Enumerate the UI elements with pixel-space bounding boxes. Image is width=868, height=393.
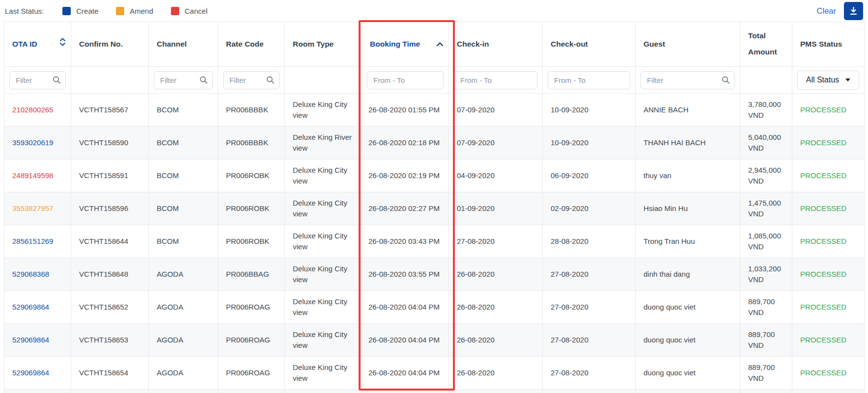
sort-both-icon [59, 36, 66, 52]
booking-time-cell: 26-08-2020 02:19 PM [362, 159, 449, 192]
check-out-cell: 27-08-2020 [543, 291, 636, 324]
guest-cell: thuy van [636, 159, 740, 192]
pms-status-cell: PROCESSED [792, 324, 865, 357]
guest-filter-wrap [641, 76, 735, 84]
room-type-cell: Deluxe King City view [285, 324, 362, 357]
bookings-table-wrap: OTA ID Confirm No. Channel Rate Code Roo… [4, 22, 864, 393]
amend-color-swatch [116, 7, 124, 15]
table-body: 2102800265VCTHT158567BCOMPR006BBBKDeluxe… [4, 94, 865, 393]
check-out-cell: 27-08-2020 [543, 324, 636, 357]
pms-status-cell: PROCESSED [792, 192, 865, 225]
booking-time-cell: 26-08-2020 02:18 PM [362, 127, 449, 159]
column-header-booking-time[interactable]: Booking Time [362, 22, 449, 67]
column-header-pms-status: PMS Status [792, 22, 865, 67]
last-status-legend: Last Status: Create Amend Cancel [5, 7, 225, 15]
check-out-filter-wrap [548, 76, 630, 84]
ota-id-filter-wrap [9, 76, 66, 84]
column-header-ota-id[interactable]: OTA ID [4, 22, 71, 67]
legend-create-label: Create [76, 7, 98, 15]
ota-id-cell[interactable]: 2856151269 [4, 225, 71, 258]
ota-id-cell[interactable]: 529069864 [4, 357, 71, 390]
channel-cell: AGODA [149, 357, 218, 390]
channel-cell: AGODA [149, 291, 218, 324]
legend-item-cancel: Cancel [171, 7, 208, 15]
search-icon [53, 76, 61, 84]
room-type-cell: Deluxe King River view [285, 127, 362, 159]
table-row: 529069864VCTHT158654AGODAPR006ROAGDeluxe… [4, 357, 865, 390]
check-in-cell: 07-09-2020 [449, 94, 543, 127]
guest-cell: duong quoc viet [636, 291, 740, 324]
ota-id-cell[interactable]: 529068368 [4, 258, 71, 291]
bookings-table: OTA ID Confirm No. Channel Rate Code Roo… [4, 22, 865, 393]
pms-status-filter-select[interactable]: All Status [797, 71, 859, 90]
table-row: 529069864VCTHT158653AGODAPR006ROAGDeluxe… [4, 324, 865, 357]
confirm-no-cell: VCTHT158590 [71, 127, 149, 159]
confirm-no-cell: VCTHT158644 [71, 225, 149, 258]
guest-cell: dinh thai dang [636, 258, 740, 291]
check-out-cell: 02-09-2020 [543, 192, 636, 225]
ota-id-cell[interactable]: 529069864 [4, 291, 71, 324]
download-button[interactable] [844, 2, 863, 20]
check-out-cell: 10-09-2020 [543, 127, 636, 159]
check-in-cell: 07-09-2020 [449, 127, 543, 159]
guest-filter-input[interactable] [641, 71, 735, 89]
table-row: 3553827957VCTHT158596BCOMPR006ROBKDeluxe… [4, 192, 865, 225]
ota-id-cell[interactable]: 3553827957 [4, 192, 71, 225]
rate-code-cell: PR006BBAG [218, 258, 285, 291]
guest-cell: duong quoc viet [636, 357, 740, 390]
table-row: 3593020619VCTHT158590BCOMPR006BBBKDeluxe… [4, 127, 865, 159]
pms-status-cell: PROCESSED [792, 94, 865, 127]
guest-cell: Hsiao Min Hu [636, 192, 740, 225]
confirm-no-cell: VCTHT158653 [71, 324, 149, 357]
download-icon [848, 6, 859, 16]
total-amount-filter-empty [740, 67, 792, 94]
column-header-room-type: Room Type [285, 22, 362, 67]
booking-time-cell: 26-08-2020 04:04 PM [362, 324, 449, 357]
booking-time-cell: 26-08-2020 04:04 PM [362, 291, 449, 324]
booking-time-cell: 26-08-2020 04:04 PM [362, 357, 449, 390]
check-in-filter-wrap [454, 76, 537, 84]
confirm-no-filter-empty [71, 67, 149, 94]
confirm-no-cell: VCTHT158591 [71, 159, 149, 192]
search-icon [722, 76, 730, 84]
filter-row: All Status [4, 67, 865, 94]
pms-status-cell: PROCESSED [792, 258, 865, 291]
top-toolbar: Last Status: Create Amend Cancel Clear [0, 0, 868, 22]
ota-id-cell[interactable]: 3593020619 [4, 127, 71, 159]
room-type-cell: Deluxe King City view [285, 94, 362, 127]
room-type-cell: Deluxe King City view [285, 159, 362, 192]
table-row: 2489149598VCTHT158591BCOMPR006ROBKDeluxe… [4, 159, 865, 192]
empty-cell [740, 390, 792, 393]
room-type-cell: Deluxe King City view [285, 192, 362, 225]
pms-status-cell: PROCESSED [792, 291, 865, 324]
pms-status-cell: PROCESSED [792, 159, 865, 192]
ota-id-cell[interactable]: 2489149598 [4, 159, 71, 192]
confirm-no-cell: VCTHT158654 [71, 357, 149, 390]
empty-cell [71, 390, 149, 393]
total-amount-cell: 889,700 VND [740, 324, 792, 357]
channel-cell: AGODA [149, 324, 218, 357]
ota-id-cell[interactable]: 2102800265 [4, 94, 71, 127]
check-in-range-input[interactable] [454, 71, 537, 89]
check-in-cell: 01-09-2020 [449, 192, 543, 225]
clear-filters-button[interactable]: Clear [817, 6, 836, 16]
column-header-guest: Guest [636, 22, 740, 67]
search-icon [199, 76, 208, 84]
confirm-no-cell: VCTHT158596 [71, 192, 149, 225]
ota-id-cell[interactable]: 529069864 [4, 324, 71, 357]
confirm-no-cell: VCTHT158567 [71, 94, 149, 127]
booking-time-cell: 26-08-2020 01:55 PM [362, 94, 449, 127]
rate-code-cell: PR006BBBK [218, 127, 285, 159]
booking-time-range-input[interactable] [367, 71, 444, 89]
empty-cell [792, 390, 865, 393]
empty-cell [4, 390, 71, 393]
check-out-cell: 27-08-2020 [543, 258, 636, 291]
table-row: 2856151269VCTHT158644BCOMPR006ROBKDeluxe… [4, 225, 865, 258]
column-header-check-in: Check-in [449, 22, 543, 67]
guest-cell: ANNIE BACH [636, 94, 740, 127]
total-amount-cell: 889,700 VND [740, 357, 792, 390]
column-header-rate-code: Rate Code [218, 22, 285, 67]
rate-code-cell: PR006ROAG [218, 324, 285, 357]
check-out-range-input[interactable] [548, 71, 630, 89]
confirm-no-cell: VCTHT158648 [71, 258, 149, 291]
